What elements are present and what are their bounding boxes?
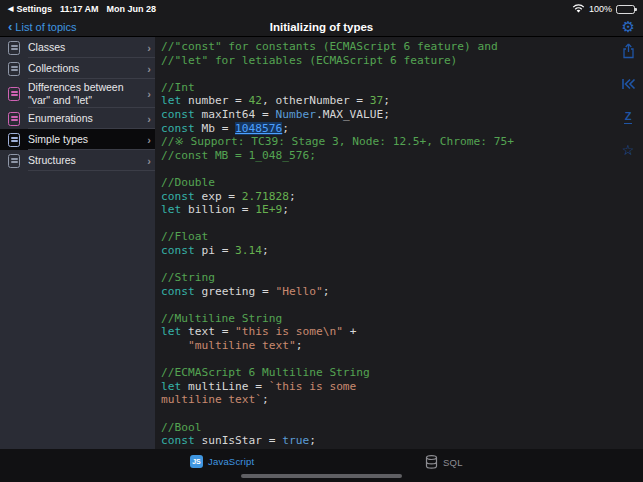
chevron-right-icon: › [147, 88, 151, 100]
code-viewer[interactable]: //"const" for constants (ECMAScript 6 fe… [155, 37, 643, 449]
home-indicator[interactable] [241, 474, 402, 478]
sidebar-item-classes[interactable]: Classes› [0, 37, 155, 58]
number-value-link[interactable]: 1048576 [235, 122, 282, 135]
back-to-app-icon: ◀ [8, 5, 13, 13]
topics-sidebar: Classes›Collections›Differences between … [0, 37, 155, 449]
settings-gear-button[interactable]: ⚙ [622, 18, 635, 37]
code-line [161, 67, 643, 81]
back-button[interactable]: ‹ List of topics [8, 21, 76, 33]
chevron-right-icon: › [147, 63, 151, 75]
code-line: let multiLine = `this is some [161, 380, 643, 394]
code-line: let number = 42, otherNumber = 37; [161, 94, 643, 108]
status-time: 11:17 AM [60, 4, 99, 14]
code-line: //Bool [161, 421, 643, 435]
code-line: //"const" for constants (ECMAScript 6 fe… [161, 40, 643, 54]
skip-to-start-icon[interactable] [619, 75, 637, 93]
code-line: const maxInt64 = Number.MAX_VALUE; [161, 108, 643, 122]
tab-javascript[interactable]: JSJavaScript [190, 455, 254, 468]
js-badge-icon: JS [190, 455, 203, 468]
database-icon [425, 455, 438, 469]
nav-bar: ‹ List of topics Initializing of types ⚙ [0, 18, 643, 37]
sidebar-item-label: Structures [28, 154, 147, 167]
battery-percent: 100% [589, 4, 612, 14]
status-bar: ◀ Settings 11:17 AM Mon Jun 28 100% [0, 0, 643, 18]
chevron-right-icon: › [147, 155, 151, 167]
sidebar-item-label: Collections [28, 62, 147, 75]
code-line [161, 407, 643, 421]
code-line: multiline text`; [161, 393, 643, 407]
favorite-star-icon[interactable]: ☆ [619, 141, 637, 159]
topic-doc-icon [8, 154, 20, 168]
code-line [161, 217, 643, 231]
tab-label: SQL [443, 457, 463, 468]
wifi-icon [572, 4, 585, 14]
back-to-app-label: Settings [16, 4, 52, 14]
code-line: const greeting = "Hello"; [161, 285, 643, 299]
back-to-app-button[interactable]: ◀ Settings [8, 4, 52, 14]
sidebar-item-differences-between-var-and-let[interactable]: Differences between "var" and "let"› [0, 79, 155, 108]
sidebar-item-label: Classes [28, 41, 147, 54]
sidebar-item-collections[interactable]: Collections› [0, 58, 155, 79]
topic-doc-icon [8, 87, 20, 101]
sidebar-item-label: Simple types [28, 133, 147, 146]
side-toolbar: Z ☆ [618, 42, 638, 159]
status-right: 100% [572, 4, 635, 14]
topic-doc-icon [8, 41, 20, 55]
code-line: //String [161, 271, 643, 285]
sidebar-item-simple-types[interactable]: Simple types› [0, 129, 155, 150]
topic-doc-icon [8, 112, 20, 126]
code-line: //ECMAScript 6 Multiline String [161, 366, 643, 380]
code-line: //Int [161, 81, 643, 95]
code-line: let text = "this is some\n" + [161, 325, 643, 339]
chevron-right-icon: › [147, 134, 151, 146]
code-line: const pi = 3.14; [161, 244, 643, 258]
topic-doc-icon [8, 133, 20, 147]
code-line: let billion = 1E+9; [161, 203, 643, 217]
chevron-right-icon: › [147, 42, 151, 54]
code-line: const exp = 2.71828; [161, 190, 643, 204]
back-button-label: List of topics [15, 21, 76, 33]
page-title: Initializing of types [0, 21, 643, 33]
code-line: "multiline text"; [161, 339, 643, 353]
sidebar-item-enumerations[interactable]: Enumerations› [0, 108, 155, 129]
app-screen: ◀ Settings 11:17 AM Mon Jun 28 100% ‹ Li… [0, 0, 643, 482]
status-left: ◀ Settings 11:17 AM Mon Jun 28 [8, 4, 156, 14]
code-line: //"let" for letiables (ECMAScript 6 feat… [161, 54, 643, 68]
chevron-left-icon: ‹ [8, 22, 12, 32]
battery-icon [616, 5, 635, 14]
sidebar-item-structures[interactable]: Structures› [0, 150, 155, 171]
code-line [161, 162, 643, 176]
status-date: Mon Jun 28 [107, 4, 157, 14]
code-line: const Mb = 1048576; [161, 122, 643, 136]
sidebar-item-label: Enumerations [28, 112, 147, 125]
code-line [161, 353, 643, 367]
code-line: //Multiline String [161, 312, 643, 326]
z-icon[interactable]: Z [619, 108, 637, 126]
code-line: //const MB = 1_048_576; [161, 149, 643, 163]
code-line: //Double [161, 176, 643, 190]
code-line: const sunIsStar = true; [161, 434, 643, 448]
code-line: //※ Support: TC39: Stage 3, Node: 12.5+,… [161, 135, 643, 149]
share-icon[interactable] [619, 42, 637, 60]
tab-sql[interactable]: SQL [425, 455, 463, 469]
topic-doc-icon [8, 62, 20, 76]
code-line [161, 298, 643, 312]
code-line: //Float [161, 230, 643, 244]
tab-label: JavaScript [208, 456, 254, 467]
code-line [161, 258, 643, 272]
sidebar-item-label: Differences between "var" and "let" [28, 81, 147, 106]
chevron-right-icon: › [147, 113, 151, 125]
